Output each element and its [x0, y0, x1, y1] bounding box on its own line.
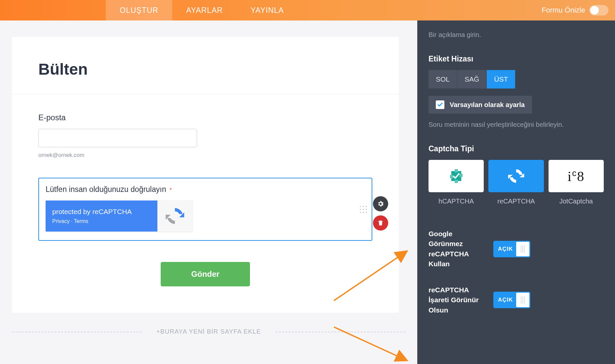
align-top-button[interactable]: ÜST: [487, 70, 515, 89]
label-hcaptcha: hCAPTCHA: [429, 198, 484, 205]
submit-button[interactable]: Gönder: [161, 262, 250, 286]
tab-publish[interactable]: YAYINLA: [237, 0, 298, 20]
field-side-actions: [373, 196, 388, 231]
svg-rect-4: [459, 174, 463, 177]
align-left-button[interactable]: SOL: [429, 70, 457, 89]
field-delete-button[interactable]: [373, 215, 388, 231]
gear-icon: [377, 200, 384, 207]
email-input[interactable]: [38, 129, 197, 147]
form-card: Bülten E-posta ornek@ornek.com Lütfen in…: [12, 37, 399, 313]
captcha-type-recaptcha[interactable]: [488, 160, 544, 192]
recaptcha-badge: protected by reCAPTCHA Privacy · Terms: [46, 200, 192, 232]
svg-rect-3: [450, 175, 453, 178]
form-title[interactable]: Bülten: [38, 60, 372, 78]
email-label: E-posta: [38, 113, 372, 122]
form-header: Bülten: [12, 37, 399, 94]
email-field-wrap: E-posta ornek@ornek.com: [38, 113, 372, 159]
recaptcha-line2[interactable]: Privacy · Terms: [52, 218, 157, 224]
label-recaptcha: reCAPTCHA: [488, 198, 544, 205]
form-body: E-posta ornek@ornek.com Lütfen insan old…: [12, 94, 399, 286]
preview-toggle[interactable]: [589, 5, 608, 16]
captcha-type-hcaptcha[interactable]: [429, 160, 484, 192]
invisible-recaptcha-label: Google Görünmez reCAPTCHA Kullan: [429, 229, 481, 269]
jotcaptcha-sample: ic8: [567, 168, 585, 184]
svg-rect-5: [455, 169, 458, 172]
set-default-label: Varsayılan olarak ayarla: [450, 101, 525, 109]
recaptcha-line1: protected by reCAPTCHA: [52, 208, 157, 216]
toggle-on-text: AÇIK: [498, 246, 513, 252]
top-navbar: OLUŞTUR AYARLAR YAYINLA Formu Önizle: [0, 0, 615, 20]
captcha-type-labels: hCAPTCHA reCAPTCHA JotCaptcha: [429, 198, 604, 205]
main-tabs: OLUŞTUR AYARLAR YAYINLA: [106, 0, 298, 20]
set-default-checkbox[interactable]: Varsayılan olarak ayarla: [429, 96, 532, 114]
captcha-type-options: ic8: [429, 160, 604, 192]
toggle-knob: [516, 242, 529, 256]
recaptcha-badge-visible-row: reCAPTCHA İşareti Görünür Olsun AÇIK: [429, 285, 604, 315]
align-right-button[interactable]: SAĞ: [457, 70, 487, 89]
recaptcha-icon: [157, 200, 192, 232]
checkbox-icon: [436, 100, 444, 109]
toggle-on-text-2: AÇIK: [498, 297, 513, 303]
email-helper: ornek@ornek.com: [38, 152, 372, 159]
workspace: Bülten E-posta ornek@ornek.com Lütfen in…: [0, 20, 615, 364]
label-align-heading: Etiket Hizası: [429, 55, 604, 63]
field-settings-button[interactable]: [373, 196, 388, 211]
properties-panel: Bir açıklama girin. Etiket Hizası SOL SA…: [417, 20, 615, 364]
tab-settings[interactable]: AYARLAR: [172, 0, 237, 20]
recaptcha-badge-visible-label: reCAPTCHA İşareti Görünür Olsun: [429, 285, 481, 315]
recaptcha-badge-visible-toggle[interactable]: AÇIK: [493, 292, 530, 308]
annotation-arrow-2: [331, 321, 410, 364]
description-placeholder[interactable]: Bir açıklama girin.: [429, 31, 604, 39]
label-align-hint: Soru metninin nasıl yerleştirileceğini b…: [429, 121, 604, 128]
captcha-type-jotcaptcha[interactable]: ic8: [549, 160, 604, 192]
captcha-label-row: Lütfen insan olduğunuzu doğrulayın *: [46, 185, 365, 194]
recaptcha-icon: [507, 167, 525, 185]
captcha-field-selected[interactable]: Lütfen insan olduğunuzu doğrulayın * pro…: [38, 178, 372, 241]
tab-build[interactable]: OLUŞTUR: [106, 0, 172, 20]
form-canvas: Bülten E-posta ornek@ornek.com Lütfen in…: [0, 20, 417, 364]
invisible-recaptcha-row: Google Görünmez reCAPTCHA Kullan AÇIK: [429, 229, 604, 269]
hcaptcha-icon: [448, 168, 465, 184]
preview-label: Formu Önizle: [542, 6, 585, 15]
label-align-segmented: SOL SAĞ ÜST: [429, 70, 515, 89]
toggle-knob-2: [516, 293, 529, 307]
svg-rect-6: [455, 180, 458, 183]
captcha-type-heading: Captcha Tipi: [429, 144, 604, 153]
preview-form-control: Formu Önizle: [542, 0, 608, 20]
add-new-page[interactable]: +BURAYA YENİ BİR SAYFA EKLE: [12, 328, 405, 335]
invisible-recaptcha-toggle[interactable]: AÇIK: [493, 241, 530, 257]
drag-handle[interactable]: [360, 206, 367, 213]
label-jotcaptcha: JotCaptcha: [549, 198, 604, 205]
recaptcha-text: protected by reCAPTCHA Privacy · Terms: [46, 200, 157, 232]
trash-icon: [377, 219, 384, 227]
required-star: *: [170, 187, 172, 193]
captcha-label: Lütfen insan olduğunuzu doğrulayın: [46, 185, 166, 194]
